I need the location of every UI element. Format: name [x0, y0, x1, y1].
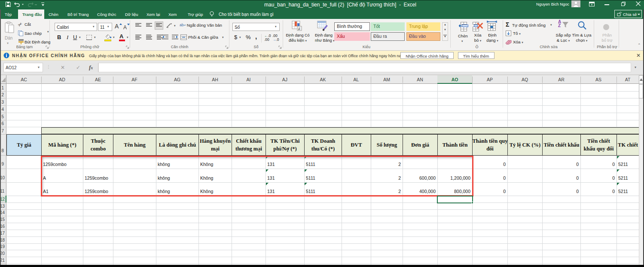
svg-text:≠: ≠ — [298, 27, 300, 31]
